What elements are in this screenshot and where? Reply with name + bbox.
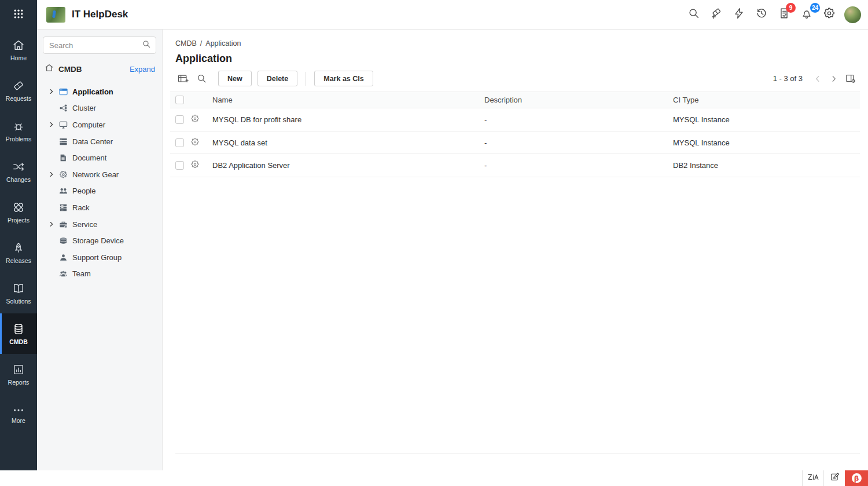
rail-label: Problems: [6, 136, 31, 142]
chevron-right-icon[interactable]: [49, 89, 58, 94]
mark-as-cis-button[interactable]: Mark as CIs: [314, 71, 373, 86]
rail-label: More: [12, 417, 25, 424]
tree-item-support-group[interactable]: Support Group: [37, 249, 162, 266]
expand-link[interactable]: Expand: [130, 65, 155, 74]
rocket-icon: [12, 242, 25, 254]
beta-button[interactable]: β: [845, 470, 868, 486]
top-bar-actions: 9 24: [686, 6, 861, 23]
ci-name[interactable]: MYSQL DB for profit share: [212, 115, 484, 124]
tree-item-service[interactable]: Service: [37, 216, 162, 233]
ci-description: -: [484, 138, 673, 147]
rail-label: Solutions: [6, 298, 31, 305]
quick-add-button[interactable]: [709, 7, 724, 22]
tree-label: Network Gear: [72, 170, 119, 179]
tree-label: Document: [72, 154, 106, 162]
ci-description: -: [484, 161, 673, 170]
sidebar-item-cmdb[interactable]: CMDB: [0, 313, 37, 354]
cmdb-root-row[interactable]: CMDB Expand: [37, 60, 162, 78]
tree-label: Storage Device: [72, 236, 124, 245]
sidebar-item-releases[interactable]: Releases: [0, 232, 37, 273]
table-header-row: Name Description CI Type: [170, 92, 860, 108]
tree-item-people[interactable]: People: [37, 183, 162, 200]
row-gear-icon[interactable]: [190, 114, 200, 125]
zia-assistant-button[interactable]: [731, 7, 746, 22]
tree-item-rack[interactable]: Rack: [37, 199, 162, 216]
sidebar-item-home[interactable]: Home: [0, 30, 37, 70]
chevron-right-icon[interactable]: [49, 122, 58, 127]
row-checkbox[interactable]: [175, 138, 184, 147]
tree-item-storage-device[interactable]: Storage Device: [37, 232, 162, 249]
column-settings-button[interactable]: [844, 73, 856, 85]
tree-item-network-gear[interactable]: Network Gear: [37, 166, 162, 183]
column-header-ci-type[interactable]: CI Type: [673, 96, 860, 104]
home-outline-icon: [45, 63, 54, 75]
tree-label: Rack: [72, 203, 90, 212]
sidebar-item-solutions[interactable]: Solutions: [0, 273, 37, 313]
row-checkbox[interactable]: [175, 115, 184, 124]
tree-item-document[interactable]: Document: [37, 149, 162, 166]
table-row[interactable]: DB2 Application Server - DB2 Instance: [170, 154, 860, 177]
toolbar-divider: [306, 72, 306, 86]
prev-page-button[interactable]: [812, 73, 823, 85]
sidebar-item-problems[interactable]: Problems: [0, 111, 37, 151]
table-row[interactable]: MYSQL DB for profit share - MYSQL Instan…: [170, 108, 860, 131]
book-icon: [12, 282, 25, 295]
chevron-right-icon[interactable]: [49, 171, 58, 177]
gear-outline-icon: [58, 170, 68, 179]
tree-item-data-center[interactable]: Data Center: [37, 133, 162, 150]
approvals-badge: 9: [786, 3, 796, 13]
sidebar-item-requests[interactable]: Requests: [0, 70, 37, 111]
briefcase-gear-icon: [58, 220, 68, 229]
sidebar-item-projects[interactable]: Projects: [0, 192, 37, 232]
column-header-description[interactable]: Description: [484, 96, 673, 104]
ci-name[interactable]: DB2 Application Server: [212, 161, 484, 170]
lightning-bolt-icon: [733, 7, 745, 22]
column-header-name[interactable]: Name: [212, 96, 484, 104]
ticket-plus-icon: [710, 7, 723, 22]
sidebar-item-reports[interactable]: Reports: [0, 354, 37, 394]
database-icon: [12, 323, 25, 335]
breadcrumb-cmdb[interactable]: CMDB: [175, 39, 197, 47]
tree-item-team[interactable]: Team: [37, 266, 162, 283]
search-icon[interactable]: [142, 39, 151, 51]
ci-name[interactable]: MYSQL data set: [212, 138, 484, 147]
row-gear-icon[interactable]: [190, 137, 200, 148]
row-checkbox[interactable]: [175, 161, 184, 170]
search-input[interactable]: [49, 41, 142, 50]
ticket-icon: [12, 79, 25, 92]
notifications-badge: 24: [810, 3, 820, 13]
tree-item-computer[interactable]: Computer: [37, 116, 162, 133]
list-search-button[interactable]: [194, 71, 209, 86]
apps-grid-icon: [13, 8, 24, 22]
row-gear-icon[interactable]: [190, 160, 200, 171]
notifications-button[interactable]: 24: [799, 7, 814, 22]
select-all-checkbox[interactable]: [175, 96, 184, 104]
delete-button[interactable]: Delete: [258, 71, 298, 86]
pagination-text: 1 - 3 of 3: [773, 74, 803, 83]
breadcrumb-application: Application: [205, 39, 241, 47]
tree-item-application[interactable]: Application: [37, 83, 162, 100]
app-logo[interactable]: [46, 7, 65, 23]
row-actions-cell: [190, 137, 212, 148]
zia-button[interactable]: [802, 470, 823, 486]
user-avatar[interactable]: [844, 6, 861, 23]
table-row[interactable]: MYSQL data set - MYSQL Instance: [170, 131, 860, 155]
settings-button[interactable]: [822, 7, 837, 22]
sidebar-item-more[interactable]: More: [0, 394, 37, 435]
chevron-right-icon[interactable]: [49, 221, 58, 227]
apps-grid-button[interactable]: [0, 0, 37, 30]
list-toolbar: New Delete Mark as CIs 1 - 3 of 3: [175, 71, 856, 86]
add-view-button[interactable]: [175, 71, 190, 86]
main-content: CMDB / Application Application New Delet…: [163, 30, 868, 470]
server-stack-icon: [58, 137, 68, 146]
tree-item-cluster[interactable]: Cluster: [37, 100, 162, 117]
next-page-button[interactable]: [828, 73, 840, 85]
approvals-button[interactable]: 9: [777, 7, 792, 22]
recent-items-button[interactable]: [754, 7, 769, 22]
global-search-button[interactable]: [686, 7, 701, 22]
ci-type: MYSQL Instance: [673, 138, 860, 147]
breadcrumb-separator: /: [200, 39, 202, 47]
new-button[interactable]: New: [218, 71, 252, 86]
feedback-button[interactable]: [823, 470, 845, 486]
sidebar-item-changes[interactable]: Changes: [0, 151, 37, 192]
